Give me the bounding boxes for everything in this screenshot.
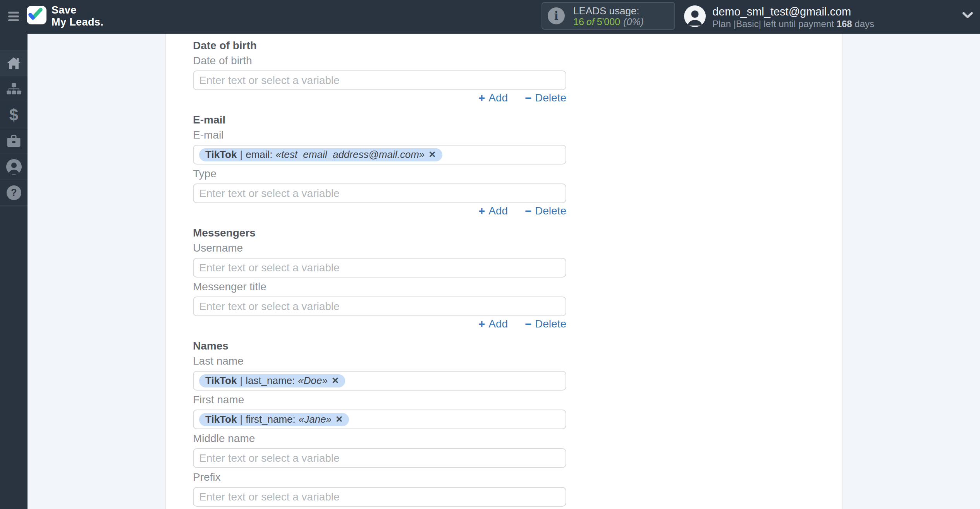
usage-total: 5'000	[597, 16, 620, 27]
field-label: Messenger title	[193, 281, 566, 292]
delete-label: Delete	[535, 92, 566, 104]
minus-icon: −	[525, 206, 531, 216]
field-actions: +Add−Delete	[193, 319, 566, 329]
leads-usage-box: i LEADS usage: 16of5'000(0%)	[542, 2, 675, 30]
form-section: MessengersUsernameEnter text or select a…	[193, 227, 566, 329]
tag-remove-icon[interactable]: ✕	[428, 149, 436, 160]
field-label: Date of birth	[193, 55, 566, 66]
add-label: Add	[488, 205, 508, 217]
add-button[interactable]: +Add	[478, 205, 508, 217]
account-plan: Plan |Basic| left until payment 168 days	[712, 19, 874, 29]
brand-logo[interactable]	[27, 6, 46, 24]
tag-separator: |	[240, 375, 242, 387]
field-label: E-mail	[193, 130, 566, 141]
brand-line2: My Leads.	[52, 16, 103, 28]
field-input[interactable]: TikTok|last_name:«Doe»✕	[193, 371, 566, 391]
usage-of: of	[586, 16, 595, 27]
tag-value: «Jane»	[299, 413, 332, 425]
dollar-icon: $	[9, 107, 18, 123]
field-label: Type	[193, 168, 566, 179]
minus-icon: −	[525, 319, 531, 329]
brand-line1: Save	[52, 4, 103, 16]
sidebar-item-home[interactable]	[0, 50, 28, 76]
tag-separator: |	[240, 149, 242, 161]
input-placeholder: Enter text or select a variable	[199, 187, 340, 200]
tag-value: «test_email_address@mail.com»	[276, 149, 425, 161]
add-label: Add	[488, 318, 508, 330]
delete-label: Delete	[535, 205, 566, 217]
section-heading: E-mail	[193, 114, 566, 126]
tag-source: TikTok	[205, 149, 237, 161]
sidebar-item-help[interactable]: ?	[0, 180, 28, 206]
field-input[interactable]: Enter text or select a variable	[193, 487, 566, 507]
sidebar-item-services[interactable]	[0, 128, 28, 154]
briefcase-icon	[7, 135, 21, 147]
section-heading: Names	[193, 340, 566, 352]
field-input[interactable]: TikTok|email:«test_email_address@mail.co…	[193, 145, 566, 165]
mapping-card: Date of birthDate of birthEnter text or …	[165, 34, 842, 509]
section-heading: Date of birth	[193, 40, 566, 51]
delete-label: Delete	[535, 318, 566, 330]
plus-icon: +	[478, 319, 485, 329]
sitemap-icon	[6, 83, 22, 95]
field-input[interactable]: Enter text or select a variable	[193, 258, 566, 278]
add-button[interactable]: +Add	[478, 92, 508, 104]
days-left-value: 168	[837, 19, 852, 29]
avatar	[684, 5, 706, 27]
tag-field: email:	[246, 149, 272, 161]
input-placeholder: Enter text or select a variable	[199, 491, 340, 503]
app-viewport: Save My Leads. i LEADS usage: 16of5'000(…	[0, 0, 980, 509]
days-suffix: days	[854, 19, 874, 29]
field-label: Prefix	[193, 472, 566, 483]
field-label: Username	[193, 243, 566, 254]
plus-icon: +	[478, 206, 485, 216]
tag-remove-icon[interactable]: ✕	[335, 414, 343, 425]
delete-button[interactable]: −Delete	[525, 318, 566, 330]
checkmark-icon	[27, 6, 46, 24]
field-input[interactable]: TikTok|first_name:«Jane»✕	[193, 410, 566, 429]
account-menu[interactable]: demo_sml_test@gmail.com Plan |Basic| lef…	[684, 5, 874, 29]
variable-tag[interactable]: TikTok|email:«test_email_address@mail.co…	[199, 148, 442, 161]
sidebar-item-account[interactable]	[0, 154, 28, 180]
form-column: Date of birthDate of birthEnter text or …	[193, 34, 566, 507]
field-actions: +Add−Delete	[193, 93, 566, 103]
tag-remove-icon[interactable]: ✕	[332, 375, 339, 386]
field-input[interactable]: Enter text or select a variable	[193, 70, 566, 90]
svg-text:?: ?	[11, 187, 17, 198]
add-button[interactable]: +Add	[478, 318, 508, 330]
brand-name: Save My Leads.	[52, 4, 103, 28]
question-icon: ?	[7, 185, 21, 200]
field-input[interactable]: Enter text or select a variable	[193, 448, 566, 468]
input-placeholder: Enter text or select a variable	[199, 300, 340, 313]
user-icon	[6, 159, 22, 175]
usage-title: LEADS usage:	[573, 5, 644, 17]
sidebar-item-billing[interactable]: $	[0, 102, 28, 128]
variable-tag[interactable]: TikTok|last_name:«Doe»✕	[199, 374, 345, 387]
input-placeholder: Enter text or select a variable	[199, 74, 340, 87]
input-placeholder: Enter text or select a variable	[199, 452, 340, 464]
delete-button[interactable]: −Delete	[525, 92, 566, 104]
chevron-down-icon[interactable]	[962, 12, 973, 19]
field-label: First name	[193, 394, 566, 405]
hamburger-menu-icon[interactable]	[8, 12, 19, 21]
minus-icon: −	[525, 93, 531, 103]
tag-source: TikTok	[205, 413, 237, 425]
field-input[interactable]: Enter text or select a variable	[193, 296, 566, 316]
form-section: E-mailE-mailTikTok|email:«test_email_add…	[193, 114, 566, 216]
home-icon	[7, 57, 21, 70]
delete-button[interactable]: −Delete	[525, 205, 566, 217]
account-email: demo_sml_test@gmail.com	[712, 5, 874, 18]
section-heading: Messengers	[193, 227, 566, 239]
plan-text: Plan |Basic| left until payment	[712, 19, 834, 29]
usage-counts: 16of5'000(0%)	[573, 17, 644, 27]
usage-percent: (0%)	[623, 16, 644, 27]
field-input[interactable]: Enter text or select a variable	[193, 183, 566, 203]
tag-field: last_name:	[246, 375, 295, 387]
add-label: Add	[488, 92, 508, 104]
form-section: NamesLast nameTikTok|last_name:«Doe»✕Fir…	[193, 340, 566, 507]
usage-used: 16	[573, 16, 584, 27]
sidebar: $	[0, 34, 28, 509]
tag-field: first_name:	[246, 413, 296, 425]
variable-tag[interactable]: TikTok|first_name:«Jane»✕	[199, 413, 349, 426]
sidebar-item-connections[interactable]	[0, 76, 28, 102]
